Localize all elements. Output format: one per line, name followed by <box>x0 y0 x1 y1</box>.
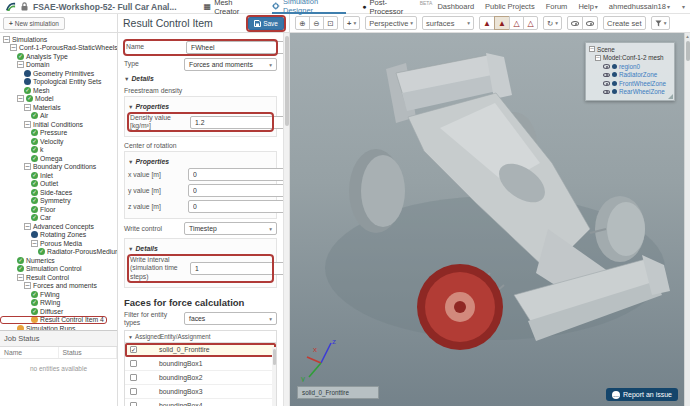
settings-scrollbar[interactable] <box>283 33 289 406</box>
assigned-column-header[interactable]: ▼Assigned <box>128 333 160 340</box>
tree-item-outlet[interactable]: ✓Outlet <box>0 180 117 189</box>
tree-item-side-faces[interactable]: ✓Side-faces <box>0 188 117 197</box>
report-issue-button[interactable]: … Report an issue <box>606 388 678 401</box>
scene-item-rearwheelzone[interactable]: RearWheelZone <box>589 88 671 97</box>
properties-section-header[interactable]: ▼Properties <box>128 103 273 110</box>
nav-dashboard[interactable]: Dashboard <box>437 2 474 11</box>
collapse-icon[interactable]: – <box>24 163 31 170</box>
tree-item-result-control[interactable]: –Result Control <box>0 273 117 282</box>
collapse-icon[interactable]: – <box>24 282 31 289</box>
viewer-3d[interactable]: – Scene – Model:Conf-1-2 mesh region0Rad… <box>290 33 690 406</box>
tree-item-advanced-concepts[interactable]: –Advanced Concepts <box>0 222 117 231</box>
scene-root-item[interactable]: – Scene <box>589 45 671 54</box>
x-value-input[interactable] <box>188 168 287 181</box>
new-simulation-button[interactable]: + New simulation <box>3 17 65 30</box>
type-select[interactable]: Forces and moments▾ <box>184 58 277 71</box>
assignment-checkbox[interactable] <box>130 374 137 381</box>
y-value-input[interactable] <box>188 184 287 197</box>
scene-item-frontwheelzone[interactable]: FrontWheelZone <box>589 79 671 88</box>
details-section-header[interactable]: ▼Details <box>128 245 273 252</box>
collapse-icon[interactable]: – <box>24 121 31 128</box>
zoom-out-button[interactable]: ⊖ <box>309 16 324 30</box>
scene-item-region0[interactable]: region0 <box>589 62 671 71</box>
filter-button[interactable]: ▾ <box>651 16 671 30</box>
write-interval-input[interactable] <box>190 262 289 275</box>
tree-item-radiator-porousmedium[interactable]: ✓Radiator-PorousMedium <box>0 248 117 257</box>
tree-item-materials[interactable]: –Materials <box>0 103 117 112</box>
selected-front-tire[interactable] <box>417 264 503 350</box>
perspective-select[interactable]: Perspective▾ <box>365 16 417 30</box>
assignment-checkbox[interactable] <box>130 402 137 406</box>
resize-handle-icon[interactable] <box>668 94 673 99</box>
viewer-scrollbar[interactable]: ▲ <box>684 33 690 406</box>
tree-item-boundary-conditions[interactable]: –Boundary Conditions <box>0 163 117 172</box>
tree-item-model[interactable]: –✓Model <box>0 95 117 104</box>
create-set-button[interactable]: Create set <box>603 16 646 30</box>
z-value-input[interactable] <box>188 200 287 213</box>
tree-item-topological-entity-sets[interactable]: Topological Entity Sets <box>0 78 117 87</box>
assignment-checkbox[interactable]: ✓ <box>130 346 137 353</box>
zoom-in-button[interactable]: ⊕ <box>295 16 310 30</box>
tree-item-inlet[interactable]: ✓Inlet <box>0 171 117 180</box>
entity-row-boundingbox2[interactable]: boundingBox2 <box>125 371 276 385</box>
mesh-solid-button[interactable]: ▲ <box>479 16 495 30</box>
tree-item-k[interactable]: ✓k <box>0 146 117 155</box>
details-section-header[interactable]: ▼Details <box>124 75 277 82</box>
nav-forum[interactable]: Forum <box>546 2 568 11</box>
assignment-checkbox[interactable] <box>130 360 137 367</box>
scene-item-radiatorzone[interactable]: RadiatorZone <box>589 71 671 80</box>
tree-item-symmetry[interactable]: ✓Symmetry <box>0 197 117 206</box>
tree-item-forces-and-moments[interactable]: –Forces and moments <box>0 282 117 291</box>
assignment-checkbox[interactable] <box>130 388 137 395</box>
tree-item-simulations[interactable]: –Simulations <box>0 35 117 44</box>
collapse-icon[interactable]: – <box>589 46 595 52</box>
tree-item-car[interactable]: ✓Car <box>0 214 117 223</box>
scene-model-item[interactable]: – Model:Conf-1-2 mesh <box>589 54 671 63</box>
tree-item-floor[interactable]: ✓Floor <box>0 205 117 214</box>
collapse-icon[interactable]: – <box>17 95 24 102</box>
eye-icon[interactable] <box>603 64 610 69</box>
tree-item-omega[interactable]: ✓Omega <box>0 154 117 163</box>
collapse-icon[interactable]: – <box>595 55 601 61</box>
show-entities-button[interactable] <box>567 16 583 30</box>
entity-row-boundingbox3[interactable]: boundingBox3 <box>125 385 276 399</box>
render-mode-select[interactable]: surfaces▾ <box>422 16 474 30</box>
nav-help-menu[interactable]: Help▾ <box>578 2 597 11</box>
eye-icon[interactable] <box>603 90 610 95</box>
collapse-icon[interactable]: – <box>10 44 17 51</box>
tab-simulation-designer[interactable]: Simulation Designer <box>272 0 346 14</box>
collapse-icon[interactable]: – <box>17 274 24 281</box>
entity-row-solid-0-fronttire[interactable]: ✓solid_0_Fronttire <box>125 343 276 357</box>
nav-more-menu[interactable]: ▾ <box>681 3 685 10</box>
tab-mesh-creator[interactable]: ▦ Mesh Creator <box>204 0 257 14</box>
collapse-icon[interactable]: – <box>17 61 24 68</box>
collapse-icon[interactable]: – <box>3 36 10 43</box>
reset-view-button[interactable]: ↻▾ <box>543 16 562 30</box>
tree-item-diffuser[interactable]: ✓Diffuser <box>0 307 117 316</box>
pan-tool-button[interactable]: +▾ <box>343 16 360 30</box>
tree-item-simulation-control[interactable]: ✓Simulation Control <box>0 265 117 274</box>
save-button[interactable]: Save <box>248 17 284 30</box>
tree-item-pressure[interactable]: ✓Pressure <box>0 129 117 138</box>
eye-icon[interactable] <box>603 73 610 78</box>
tree-item-rotating-zones[interactable]: Rotating Zones <box>0 231 117 240</box>
tree-item-rwing[interactable]: ✓RWing <box>0 299 117 308</box>
tree-item-numerics[interactable]: ✓Numerics <box>0 256 117 265</box>
tree-item-porous-media[interactable]: –Porous Media <box>0 239 117 248</box>
entity-filter-select[interactable]: faces▾ <box>184 312 277 325</box>
nav-public-projects[interactable]: Public Projects <box>485 2 535 11</box>
properties-section-header[interactable]: ▼Properties <box>128 158 273 165</box>
eye-icon[interactable] <box>603 81 610 86</box>
nav-user-menu[interactable]: ahmedhussain18▾ <box>609 2 670 11</box>
tree-item-geometry-primitives[interactable]: Geometry Primitives <box>0 69 117 78</box>
tree-item-domain[interactable]: –Domain <box>0 61 117 70</box>
entity-row-boundingbox4[interactable]: boundingBox4 <box>125 399 276 406</box>
tab-post-processor[interactable]: ● Post-Processor BETA <box>362 0 432 14</box>
mesh-wireframe-button[interactable]: △ <box>509 16 524 30</box>
tree-item-velocity[interactable]: ✓Velocity <box>0 137 117 146</box>
hide-entities-button[interactable] <box>582 16 598 30</box>
tree-item-conf-1-porousrad-staticwheels[interactable]: –Conf-1-PorousRad-StaticWheels <box>0 44 117 53</box>
collapse-icon[interactable]: – <box>31 240 38 247</box>
tree-item-analysis-type[interactable]: ✓Analysis Type <box>0 52 117 61</box>
tree-item-result-control-item-4[interactable]: Result Control Item 4 <box>0 316 107 325</box>
